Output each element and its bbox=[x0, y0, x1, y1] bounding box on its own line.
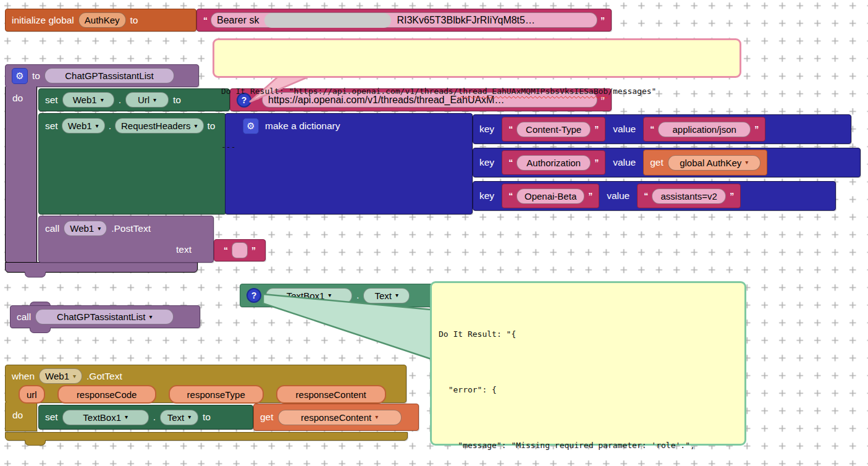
close-quote: ” bbox=[600, 15, 605, 25]
mutator-gear-icon[interactable]: ⚙ bbox=[12, 68, 28, 84]
close-quote: ” bbox=[251, 245, 256, 255]
component-dropdown-value: TextBox1 bbox=[287, 290, 325, 301]
component-dropdown[interactable]: TextBox1 ▾ bbox=[62, 410, 149, 425]
call-procedure-block[interactable]: call ChatGPTassistantList ▾ bbox=[10, 305, 200, 328]
authkey-value-field[interactable]: Bearer sk RI3Kv65T3BlbkFJrRIiYqM8t5… bbox=[211, 12, 597, 28]
param-badge-responsecontent[interactable]: responseContent bbox=[276, 385, 386, 404]
textbox1-text-getter-block[interactable]: ? TextBox1 ▾ . Text ▾ bbox=[240, 284, 439, 307]
component-dropdown[interactable]: Web1 ▾ bbox=[39, 368, 82, 384]
property-dropdown[interactable]: Text ▾ bbox=[363, 288, 410, 303]
chevron-down-icon: ▾ bbox=[328, 292, 331, 299]
event-name-label: .GotText bbox=[86, 371, 122, 382]
property-dropdown-value: RequestHeaders bbox=[121, 121, 191, 131]
chevron-down-icon: ▾ bbox=[96, 123, 99, 129]
empty-text-field[interactable] bbox=[232, 242, 248, 258]
call-label: call bbox=[17, 311, 31, 323]
do-label: do bbox=[12, 410, 23, 421]
open-quote: “ bbox=[203, 15, 208, 25]
set-label: set bbox=[45, 121, 58, 132]
dot-label: . bbox=[119, 95, 121, 106]
close-quote: ” bbox=[754, 124, 759, 134]
redaction-blob bbox=[264, 13, 391, 28]
param-badge-responsetype[interactable]: responseType bbox=[169, 385, 264, 404]
do-it-result-line: "message": "Missing required parameter: … bbox=[439, 436, 738, 455]
property-dropdown[interactable]: Url ▾ bbox=[125, 92, 169, 108]
dot-label: . bbox=[109, 121, 111, 132]
statement-bottom-tab bbox=[30, 328, 51, 333]
chevron-down-icon: ▾ bbox=[101, 97, 104, 103]
do-it-question-icon[interactable]: ? bbox=[246, 288, 261, 303]
call-label: call bbox=[45, 223, 59, 234]
text-arg-label: text bbox=[176, 244, 192, 255]
component-dropdown-value: Web1 bbox=[68, 121, 92, 131]
dot-label: . bbox=[153, 412, 156, 423]
global-variable-name-field[interactable]: AuthKey bbox=[78, 12, 126, 28]
authkey-string-block[interactable]: “ Bearer sk RI3Kv65T3BlbkFJrRIiYqM8t5… ” bbox=[196, 9, 612, 32]
initialize-global-block[interactable]: initialize global AuthKey to bbox=[5, 9, 196, 32]
set-label: set bbox=[45, 412, 58, 423]
event-bottom-tab bbox=[25, 440, 46, 446]
procedure-dropdown-value: ChatGPTassistantList bbox=[57, 311, 145, 322]
blocks-workspace[interactable]: initialize global AuthKey to “ Bearer sk… bbox=[0, 0, 868, 466]
do-it-result-bubble-url[interactable]: Do It Result: "https://api.openai.com/v1… bbox=[213, 38, 741, 78]
chevron-down-icon: ▾ bbox=[395, 292, 398, 299]
set-label: set bbox=[45, 95, 58, 106]
do-label: do bbox=[12, 93, 23, 104]
variable-dropdown-value: responseContent bbox=[301, 412, 371, 423]
do-it-result-line: Do It Result: "https://api.openai.com/v1… bbox=[221, 82, 733, 101]
component-dropdown[interactable]: TextBox1 ▾ bbox=[266, 288, 352, 303]
chevron-down-icon: ▾ bbox=[375, 414, 378, 420]
component-dropdown[interactable]: Web1 ▾ bbox=[62, 92, 114, 108]
chevron-down-icon: ▾ bbox=[153, 97, 156, 103]
authkey-visible-prefix: Bearer sk bbox=[217, 15, 259, 26]
call-web1-posttext-block[interactable]: call Web1 ▾ .PostText bbox=[38, 216, 214, 263]
to-label: to bbox=[208, 121, 216, 132]
authkey-visible-suffix: RI3Kv65T3BlbkFJrRIiYqM8t5… bbox=[397, 15, 535, 26]
procedure-definition-block[interactable]: ⚙ to ChatGPTassistantList bbox=[5, 64, 199, 87]
param-badge-responsecode[interactable]: responseCode bbox=[57, 385, 156, 404]
property-dropdown-value: Text bbox=[375, 290, 392, 301]
chevron-down-icon: ▾ bbox=[195, 123, 198, 129]
do-it-result-line: Do It Result: "{ bbox=[439, 325, 738, 344]
component-dropdown-value: Web1 bbox=[70, 223, 94, 234]
procedure-name-field[interactable]: ChatGPTassistantList bbox=[44, 68, 174, 83]
initialize-global-label: initialize global bbox=[12, 15, 74, 26]
set-web1-url-block[interactable]: set Web1 ▾ . Url ▾ to bbox=[38, 88, 230, 111]
param-badge-url[interactable]: url bbox=[19, 385, 45, 404]
variable-dropdown[interactable]: responseContent ▾ bbox=[278, 410, 402, 425]
do-it-result-bubble-error[interactable]: Do It Result: "{ "error": { "message": "… bbox=[430, 281, 746, 446]
to-label: to bbox=[32, 70, 40, 82]
open-quote: “ bbox=[224, 245, 228, 255]
method-label: .PostText bbox=[111, 223, 151, 234]
spellcheck-squiggle-text: thread_EahUAxMQMIPsbsVksIESaBob bbox=[458, 87, 609, 96]
property-dropdown[interactable]: Text ▾ bbox=[160, 410, 198, 425]
event-parameters-row: url responseCode responseType responseCo… bbox=[19, 385, 386, 404]
chevron-down-icon: ▾ bbox=[745, 159, 748, 166]
chevron-down-icon: ▾ bbox=[149, 314, 152, 320]
to-label: to bbox=[130, 15, 138, 26]
event-bottom-bar[interactable] bbox=[5, 432, 408, 441]
property-dropdown[interactable]: RequestHeaders ▾ bbox=[115, 118, 204, 133]
component-dropdown-value: Web1 bbox=[45, 371, 69, 381]
property-dropdown-value: Text bbox=[167, 412, 185, 423]
component-dropdown[interactable]: Web1 ▾ bbox=[64, 221, 107, 236]
to-label: to bbox=[173, 95, 181, 106]
set-textbox1-text-block[interactable]: set TextBox1 ▾ . Text ▾ to bbox=[38, 405, 253, 430]
procedure-do-spine[interactable] bbox=[5, 87, 37, 263]
do-it-result-line: "error": { bbox=[439, 381, 738, 399]
property-dropdown-value: Url bbox=[138, 95, 150, 105]
procedure-dropdown[interactable]: ChatGPTassistantList ▾ bbox=[35, 309, 174, 324]
get-label: get bbox=[260, 412, 274, 423]
component-dropdown[interactable]: Web1 ▾ bbox=[62, 118, 105, 133]
to-label: to bbox=[203, 412, 211, 423]
do-it-result-line: --- bbox=[221, 138, 733, 156]
component-dropdown-value: Web1 bbox=[73, 95, 97, 105]
chevron-down-icon: ▾ bbox=[73, 373, 76, 379]
chevron-down-icon: ▾ bbox=[98, 226, 101, 232]
dot-label: . bbox=[356, 290, 359, 301]
get-responsecontent-block[interactable]: get responseContent ▾ bbox=[253, 404, 419, 431]
set-web1-requestheaders-block[interactable]: set Web1 ▾ . RequestHeaders ▾ to bbox=[38, 113, 226, 214]
empty-string-block[interactable]: “ ” bbox=[214, 239, 266, 261]
procedure-bottom-bar[interactable] bbox=[5, 262, 198, 273]
component-dropdown-value: TextBox1 bbox=[83, 412, 121, 423]
